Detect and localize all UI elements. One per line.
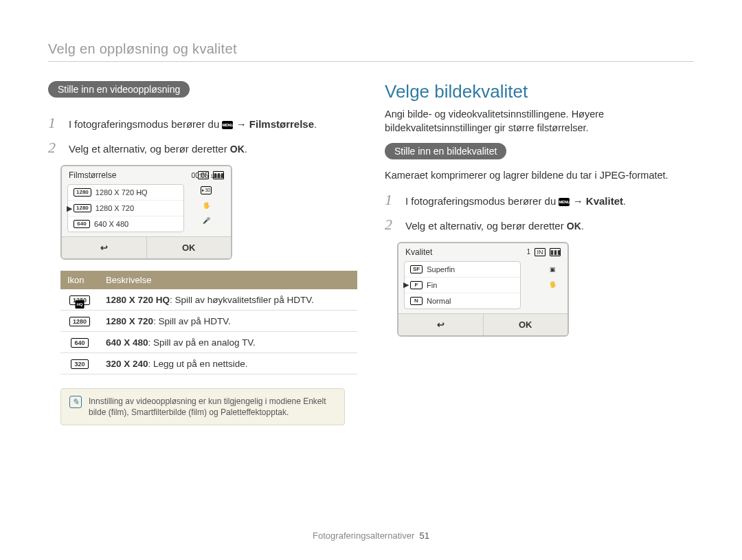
res-badge-320: 320 bbox=[71, 359, 88, 369]
footer-section: Fotograferingsalternativer bbox=[313, 530, 414, 541]
step-number: 2 bbox=[48, 139, 60, 157]
menu-target: Kvalitet bbox=[586, 195, 623, 207]
pill-image-quality: Stille inn en bildekvalitet bbox=[385, 143, 506, 159]
lcd-back-button[interactable]: ↩ bbox=[62, 237, 147, 258]
step-text: I fotograferingsmodus berører du bbox=[405, 195, 559, 207]
lcd-row-1280hq[interactable]: 1280 1280 X 720 HQ bbox=[68, 185, 183, 201]
table-row: 1280 1280 X 720 HQ: Spill av høykvalitet… bbox=[60, 289, 357, 311]
left-step-1: 1 I fotograferingsmodus berører du MENU … bbox=[48, 114, 357, 132]
res-badge-1280: 1280 bbox=[69, 317, 90, 326]
lcd-quality: Kvalitet 1 IN ▮▮▮ SF Superfin ▶ bbox=[397, 242, 569, 337]
suffix: . bbox=[245, 143, 247, 155]
res-name: 1280 X 720 bbox=[106, 316, 153, 326]
ok-icon: OK bbox=[567, 221, 581, 232]
step-text: Velg et alternativ, og berør deretter bbox=[405, 220, 567, 232]
quality-badge: F bbox=[410, 281, 423, 289]
hand-icon: 🖐 bbox=[547, 280, 558, 289]
quality-badge: N bbox=[410, 297, 423, 305]
hd-icon: 🖐 bbox=[201, 201, 212, 210]
menu-icon: MENU bbox=[559, 198, 570, 206]
res-badge-1280hq: 1280 bbox=[69, 295, 90, 305]
lcd-status-icons: 00:05 1280 ▸30 🖐 🎤 bbox=[192, 172, 221, 225]
pill-video-res: Stille inn en videooppløsning bbox=[48, 81, 190, 98]
lcd-filmsize: Filmstørrelse IN ▮▮▮ 1280 1280 X 720 HQ bbox=[60, 165, 232, 260]
lcd-status-icons: ▣ 🖐 bbox=[547, 265, 558, 289]
quality-badge: SF bbox=[410, 265, 423, 273]
page-number: 51 bbox=[419, 530, 429, 541]
res-label: 1280 X 720 HQ bbox=[95, 188, 148, 197]
lcd-title: Filmstørrelse bbox=[69, 170, 116, 180]
arrow-icon: → bbox=[573, 195, 583, 207]
selection-pointer-icon: ▶ bbox=[67, 204, 72, 213]
table-row: 1280 1280 X 720: Spill av på HDTV. bbox=[60, 311, 357, 332]
quality-label: Fin bbox=[427, 281, 437, 289]
divider bbox=[48, 61, 694, 62]
lcd-row-normal[interactable]: N Normal bbox=[405, 293, 520, 309]
right-column: Velge bildekvalitet Angi bilde- og video… bbox=[385, 81, 694, 425]
lcd-title: Kvalitet bbox=[405, 247, 432, 257]
ok-icon: OK bbox=[230, 144, 245, 155]
menu-target: Filmstørrelse bbox=[249, 118, 314, 130]
note-text: Innstilling av videooppløsning er kun ti… bbox=[89, 396, 336, 418]
left-step-2: 2 Velg et alternativ, og berør deretter … bbox=[48, 139, 357, 157]
step-body: I fotograferingsmodus berører du MENU → … bbox=[69, 117, 357, 131]
table-row: 640 640 X 480: Spill av på en analog TV. bbox=[60, 332, 357, 353]
lcd-row-640[interactable]: 640 640 X 480 bbox=[68, 216, 183, 232]
arrow-icon: → bbox=[236, 118, 247, 130]
quality-label: Normal bbox=[427, 297, 451, 305]
res-badge: 1280 bbox=[74, 188, 91, 197]
lcd-list: 1280 1280 X 720 HQ ▶ 1280 1280 X 720 640… bbox=[67, 184, 184, 232]
lcd-back-button[interactable]: ↩ bbox=[398, 314, 484, 335]
right-step-1: 1 I fotograferingsmodus berører du MENU … bbox=[385, 191, 694, 209]
lcd-row-superfin[interactable]: SF Superfin bbox=[405, 262, 520, 278]
step-body: Velg et alternativ, og berør deretter OK… bbox=[69, 142, 357, 156]
menu-icon: MENU bbox=[222, 121, 233, 129]
picture-icon: ▣ bbox=[547, 265, 558, 273]
note-icon: ✎ bbox=[69, 396, 82, 408]
resolution-table: Ikon Beskrivelse 1280 1280 X 720 HQ: Spi… bbox=[60, 271, 357, 374]
lcd-ok-button[interactable]: OK bbox=[484, 314, 568, 335]
lcd-row-1280[interactable]: ▶ 1280 1280 X 720 bbox=[68, 201, 183, 216]
res-desc: : Spill av på HDTV. bbox=[153, 316, 231, 326]
fps-icon: ▸30 bbox=[201, 186, 212, 194]
lcd-list: SF Superfin ▶ F Fin N Normal bbox=[404, 261, 521, 309]
step-number: 1 bbox=[48, 114, 60, 132]
lcd-row-fin[interactable]: ▶ F Fin bbox=[405, 278, 520, 293]
res-name: 1280 X 720 HQ bbox=[106, 295, 170, 305]
res-name: 640 X 480 bbox=[106, 337, 148, 348]
step-number: 2 bbox=[385, 216, 397, 234]
jpeg-para: Kameraet komprimerer og lagrer bildene d… bbox=[385, 169, 694, 183]
selection-pointer-icon: ▶ bbox=[403, 280, 409, 289]
res-badge: 1280 bbox=[74, 204, 91, 212]
res-badge: 640 bbox=[74, 220, 90, 228]
section-title: Velge bildekvalitet bbox=[385, 81, 694, 102]
note-box: ✎ Innstilling av videooppløsning er kun … bbox=[60, 388, 345, 425]
res-desc: : Spill av på en analog TV. bbox=[148, 337, 256, 348]
intro-para: Angi bilde- og videokvalitetsinnstilling… bbox=[385, 108, 694, 135]
left-column: Stille inn en videooppløsning 1 I fotogr… bbox=[48, 81, 357, 425]
res-desc: : Spill av høykvalitetsfiler på HDTV. bbox=[170, 295, 314, 305]
res-desc: : Legg ut på en nettside. bbox=[148, 359, 248, 369]
in-icon: IN bbox=[535, 248, 546, 256]
right-step-2: 2 Velg et alternativ, og berør deretter … bbox=[385, 216, 694, 234]
th-icon: Ikon bbox=[60, 271, 99, 289]
step-text: I fotograferingsmodus berører du bbox=[69, 118, 222, 130]
step-text: Velg et alternativ, og berør deretter bbox=[69, 143, 230, 155]
timer: 00:05 1280 bbox=[192, 172, 221, 179]
count: 1 bbox=[526, 248, 530, 256]
suffix: . bbox=[623, 195, 626, 207]
suffix: . bbox=[314, 118, 317, 130]
footer: Fotograferingsalternativer 51 bbox=[0, 530, 742, 541]
mic-icon: 🎤 bbox=[201, 216, 212, 225]
suffix: . bbox=[581, 220, 584, 232]
step-body: Velg et alternativ, og berør deretter OK… bbox=[405, 219, 694, 233]
res-name: 320 X 240 bbox=[106, 359, 148, 369]
battery-icon: ▮▮▮ bbox=[550, 248, 561, 256]
step-body: I fotograferingsmodus berører du MENU → … bbox=[405, 194, 694, 208]
res-badge-640: 640 bbox=[71, 338, 88, 348]
res-label: 640 X 480 bbox=[94, 220, 128, 228]
table-row: 320 320 X 240: Legg ut på en nettside. bbox=[60, 353, 357, 374]
quality-label: Superfin bbox=[427, 265, 455, 273]
lcd-ok-button[interactable]: OK bbox=[147, 237, 232, 258]
running-head: Velg en oppløsning og kvalitet bbox=[48, 41, 694, 57]
